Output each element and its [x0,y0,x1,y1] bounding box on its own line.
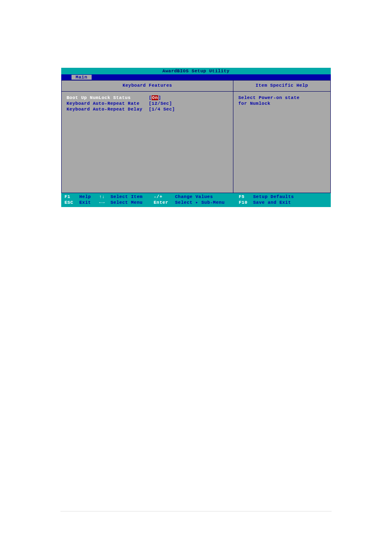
footer-row-2: ESC Exit ←→ Select Menu Enter Select ▸ S… [65,200,327,205]
action-select-item: Select Item [111,194,154,200]
title-text: AwardBIOS Setup Utility [162,69,229,74]
footer-row-1: F1 Help ↑↓ Select Item -/+ Change Values… [65,194,327,200]
left-panel-header: Keyboard Features [62,81,233,92]
page-divider [60,511,332,511]
action-change-values: Change Values [175,194,239,200]
settings-list: Boot Up NumLock Status [On] Keyboard Aut… [62,92,233,193]
setting-label: Keyboard Auto-Repeat Delay [67,106,149,112]
title-bar: AwardBIOS Setup Utility [61,68,331,74]
setting-auto-repeat-delay[interactable]: Keyboard Auto-Repeat Delay [1/4 Sec] [67,106,228,112]
key-f1: F1 [65,194,79,200]
setting-auto-repeat-rate[interactable]: Keyboard Auto-Repeat Rate [12/Sec] [67,101,228,106]
menu-bar[interactable]: Main [61,74,331,80]
help-panel-header: Item Specific Help [233,81,330,92]
key-updown-icon: ↑↓ [99,194,111,200]
key-plusminus: -/+ [154,194,175,200]
action-select-submenu: Select ▸ Sub-Menu [175,200,239,205]
footer-bar: F1 Help ↑↓ Select Item -/+ Change Values… [61,193,331,207]
menu-bar-prefix [65,75,67,80]
help-text-line: for Numlock [238,101,325,106]
key-f10: F10 [239,200,253,205]
bios-window: AwardBIOS Setup Utility Main Keyboard Fe… [61,68,331,207]
key-f5: F5 [239,194,253,200]
action-save-exit: Save and Exit [253,200,291,205]
setting-label: Keyboard Auto-Repeat Rate [67,101,149,106]
key-esc: ESC [65,200,79,205]
action-setup-defaults: Setup Defaults [253,194,294,200]
action-exit: Exit [79,200,99,205]
key-enter: Enter [154,200,175,205]
setting-value[interactable]: [On] [149,95,161,101]
setting-value[interactable]: [1/4 Sec] [149,106,175,112]
help-body: Select Power-on state for Numlock [233,92,330,193]
help-text-line: Select Power-on state [238,95,325,101]
help-panel: Item Specific Help Select Power-on state… [233,80,331,193]
tab-main[interactable]: Main [71,75,91,80]
left-panel: Keyboard Features Boot Up NumLock Status… [61,80,233,193]
setting-label: Boot Up NumLock Status [67,95,149,101]
main-area: Keyboard Features Boot Up NumLock Status… [61,80,331,193]
action-select-menu: Select Menu [111,200,154,205]
key-leftright-icon: ←→ [99,200,111,205]
setting-numlock-status[interactable]: Boot Up NumLock Status [On] [67,95,228,101]
action-help: Help [79,194,99,200]
setting-value[interactable]: [12/Sec] [149,101,172,106]
